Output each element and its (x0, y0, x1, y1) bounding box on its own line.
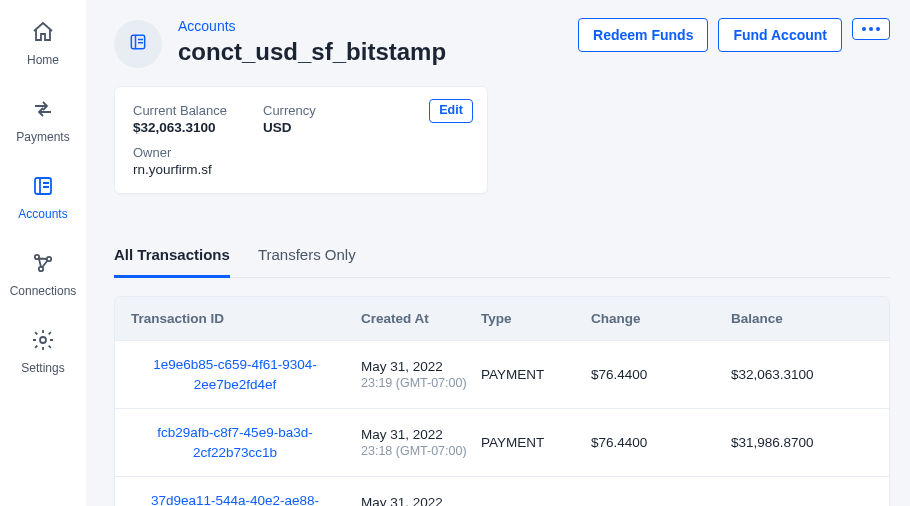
created-cell: May 31, 2022 23:17 (GMT-07:00) (361, 495, 481, 506)
balance-label: Current Balance (133, 103, 253, 118)
fund-account-button[interactable]: Fund Account (718, 18, 842, 52)
page-title: conct_usd_sf_bitstamp (178, 38, 446, 66)
account-info-card: Current Balance Currency $32,063.3100 US… (114, 86, 488, 194)
balance-cell: $32,063.3100 (731, 367, 881, 382)
tab-all-transactions[interactable]: All Transactions (114, 246, 230, 278)
nav-connections[interactable]: Connections (10, 251, 77, 298)
redeem-funds-button[interactable]: Redeem Funds (578, 18, 708, 52)
nav-accounts[interactable]: Accounts (18, 174, 67, 221)
svg-point-4 (40, 337, 46, 343)
col-balance: Balance (731, 311, 881, 326)
nav-label: Settings (21, 361, 64, 375)
col-type: Type (481, 311, 591, 326)
book-icon (128, 32, 148, 56)
created-cell: May 31, 2022 23:19 (GMT-07:00) (361, 359, 481, 390)
type-cell: PAYMENT (481, 435, 591, 450)
sidebar: Home Payments Accounts Connections Setti… (0, 0, 86, 506)
change-cell: $76.4400 (591, 367, 731, 382)
transfer-icon (31, 97, 55, 124)
balance-value: $32,063.3100 (133, 120, 253, 135)
transaction-id-link[interactable]: 37d9ea11-544a-40e2-ae88-0749e27c557e (131, 491, 361, 506)
tabs: All Transactions Transfers Only (114, 246, 890, 278)
title-block: Accounts conct_usd_sf_bitstamp (178, 18, 446, 66)
header-actions: Redeem Funds Fund Account (578, 18, 890, 52)
type-cell: PAYMENT (481, 367, 591, 382)
nav-home[interactable]: Home (27, 20, 59, 67)
more-actions-button[interactable] (852, 18, 890, 40)
change-cell: $76.4400 (591, 435, 731, 450)
nav-label: Accounts (18, 207, 67, 221)
ellipsis-icon (862, 27, 880, 31)
breadcrumb[interactable]: Accounts (178, 18, 446, 34)
transaction-id-link[interactable]: 1e9e6b85-c659-4f61-9304-2ee7be2fd4ef (131, 355, 361, 394)
transactions-table: Transaction ID Created At Type Change Ba… (114, 296, 890, 506)
main-content: Accounts conct_usd_sf_bitstamp Redeem Fu… (86, 0, 910, 506)
col-created: Created At (361, 311, 481, 326)
nav-label: Payments (16, 130, 69, 144)
home-icon (31, 20, 55, 47)
edit-button[interactable]: Edit (429, 99, 473, 123)
owner-label: Owner (133, 145, 469, 160)
gear-icon (31, 328, 55, 355)
nav-settings[interactable]: Settings (21, 328, 64, 375)
created-cell: May 31, 2022 23:18 (GMT-07:00) (361, 427, 481, 458)
table-row: fcb29afb-c8f7-45e9-ba3d-2cf22b73cc1b May… (115, 408, 889, 476)
balance-cell: $31,986.8700 (731, 435, 881, 450)
accounts-icon (31, 174, 55, 201)
currency-value: USD (263, 120, 373, 135)
currency-label: Currency (263, 103, 373, 118)
col-change: Change (591, 311, 731, 326)
nav-label: Home (27, 53, 59, 67)
col-id: Transaction ID (131, 311, 361, 326)
connections-icon (31, 251, 55, 278)
tab-transfers-only[interactable]: Transfers Only (258, 246, 356, 277)
svg-rect-0 (35, 178, 51, 194)
table-row: 1e9e6b85-c659-4f61-9304-2ee7be2fd4ef May… (115, 340, 889, 408)
nav-payments[interactable]: Payments (16, 97, 69, 144)
owner-value: rn.yourfirm.sf (133, 162, 469, 177)
table-header: Transaction ID Created At Type Change Ba… (115, 297, 889, 340)
table-row: 37d9ea11-544a-40e2-ae88-0749e27c557e May… (115, 476, 889, 506)
svg-rect-5 (131, 35, 144, 48)
page-header: Accounts conct_usd_sf_bitstamp Redeem Fu… (114, 18, 890, 68)
transaction-id-link[interactable]: fcb29afb-c8f7-45e9-ba3d-2cf22b73cc1b (131, 423, 361, 462)
account-avatar (114, 20, 162, 68)
nav-label: Connections (10, 284, 77, 298)
